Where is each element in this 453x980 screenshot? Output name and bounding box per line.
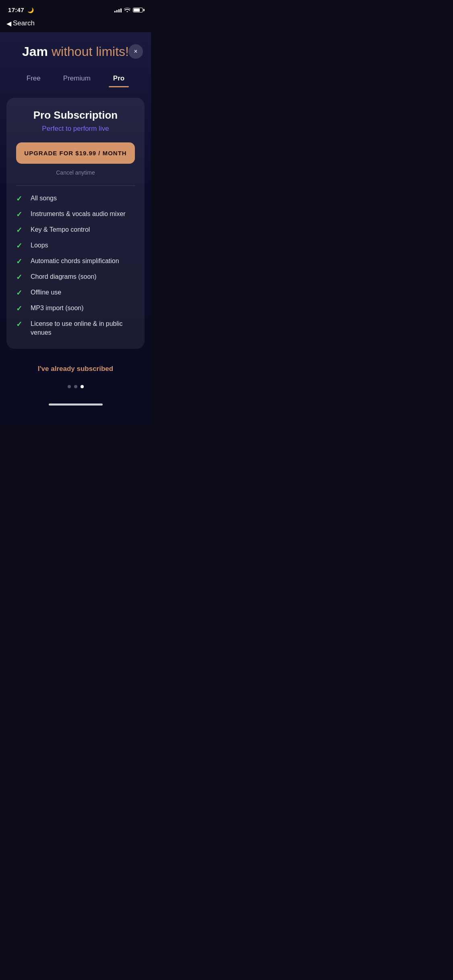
header-title-orange: without limits! — [52, 44, 129, 59]
back-chevron-icon: ◀ — [6, 20, 11, 27]
status-time: 17:47 — [8, 6, 24, 13]
pagination — [0, 381, 151, 400]
check-icon: ✓ — [16, 257, 24, 266]
pagination-dot-1 — [68, 385, 71, 388]
signal-icon — [114, 8, 122, 12]
check-icon: ✓ — [16, 304, 24, 313]
feature-item: ✓ Automatic chords simplification — [16, 257, 135, 266]
feature-item: ✓ License to use online & in public venu… — [16, 319, 135, 338]
back-label: Search — [13, 19, 35, 27]
check-icon: ✓ — [16, 320, 24, 329]
card-title: Pro Subscription — [16, 109, 135, 121]
home-indicator — [0, 400, 151, 408]
status-icons — [114, 7, 143, 13]
feature-text: All songs — [31, 194, 57, 203]
feature-item: ✓ Key & Tempo control — [16, 225, 135, 235]
feature-text: Automatic chords simplification — [31, 257, 119, 266]
check-icon: ✓ — [16, 241, 24, 250]
feature-text: Loops — [31, 241, 48, 250]
feature-text: Key & Tempo control — [31, 225, 90, 234]
feature-text: Instruments & vocals audio mixer — [31, 210, 126, 218]
feature-item: ✓ All songs — [16, 194, 135, 203]
feature-item: ✓ Offline use — [16, 288, 135, 297]
check-icon: ✓ — [16, 226, 24, 235]
subscription-card: Pro Subscription Perfect to perform live… — [6, 98, 145, 349]
nav-back[interactable]: ◀ Search — [0, 18, 151, 32]
header-title: Jam without limits! — [22, 44, 129, 59]
feature-text: License to use online & in public venues — [31, 319, 135, 338]
check-icon: ✓ — [16, 288, 24, 297]
tabs-container: Free Premium Pro — [0, 67, 151, 94]
status-bar: 17:47 🌙 — [0, 0, 151, 18]
features-list: ✓ All songs ✓ Instruments & vocals audio… — [16, 194, 135, 338]
check-icon: ✓ — [16, 210, 24, 219]
header-title-white: Jam — [22, 44, 52, 59]
upgrade-button[interactable]: UPGRADE FOR $19.99 / MONTH — [16, 142, 135, 164]
tab-free[interactable]: Free — [15, 71, 52, 86]
close-button[interactable]: × — [128, 44, 143, 59]
feature-text: Offline use — [31, 288, 61, 297]
main-content: Jam without limits! × Free Premium Pro P… — [0, 32, 151, 424]
cancel-text: Cancel anytime — [16, 169, 135, 176]
check-icon: ✓ — [16, 273, 24, 282]
wifi-icon — [124, 7, 130, 13]
close-icon: × — [134, 48, 137, 55]
header: Jam without limits! × — [0, 32, 151, 67]
status-time-container: 17:47 🌙 — [8, 6, 34, 14]
check-icon: ✓ — [16, 194, 24, 203]
moon-icon: 🌙 — [27, 7, 34, 13]
feature-item: ✓ Chord diagrams (soon) — [16, 272, 135, 282]
pagination-dot-2 — [74, 385, 77, 388]
pagination-dot-3 — [81, 385, 84, 388]
tab-pro[interactable]: Pro — [102, 71, 136, 86]
feature-item: ✓ Loops — [16, 241, 135, 250]
home-bar — [49, 404, 103, 406]
battery-icon — [133, 8, 143, 12]
already-subscribed-link[interactable]: I've already subscribed — [0, 357, 151, 381]
tab-premium[interactable]: Premium — [52, 71, 102, 86]
feature-item: ✓ Instruments & vocals audio mixer — [16, 210, 135, 219]
feature-text: MP3 import (soon) — [31, 304, 84, 313]
feature-text: Chord diagrams (soon) — [31, 272, 97, 281]
feature-item: ✓ MP3 import (soon) — [16, 304, 135, 313]
card-subtitle: Perfect to perform live — [16, 125, 135, 133]
divider — [16, 185, 135, 186]
